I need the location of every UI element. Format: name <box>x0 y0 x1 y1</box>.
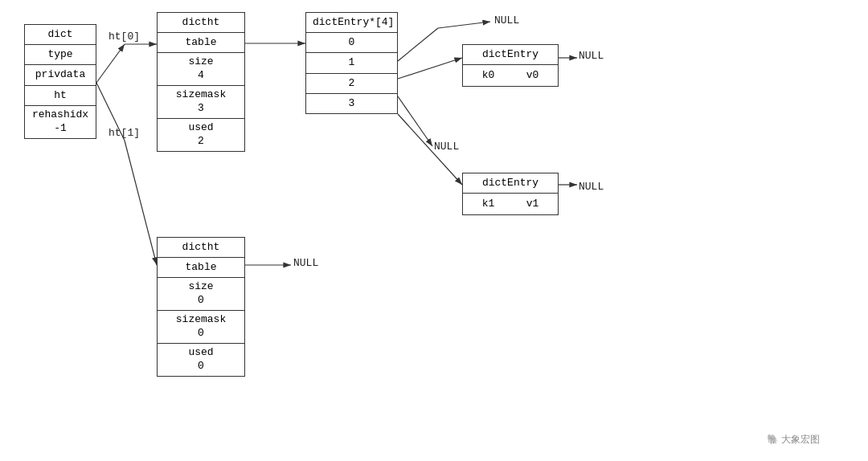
entry-array-1: 1 <box>306 53 397 73</box>
null-entry3-label: NULL <box>579 181 604 193</box>
watermark: 🐘 大象宏图 <box>767 433 820 447</box>
dict-cell-ht: ht <box>25 86 96 106</box>
svg-line-6 <box>398 28 438 61</box>
dictht1-table: table <box>158 258 244 278</box>
diagram-container: dict type privdata ht rehashidx-1 ht[0] … <box>0 0 868 461</box>
entry-array-2: 2 <box>306 74 397 94</box>
dictht1-sizemask: sizemask0 <box>158 311 244 344</box>
dict-box: dict type privdata ht rehashidx-1 <box>24 24 96 139</box>
dict-entry-0-header: dictEntry <box>463 45 558 65</box>
dictht-1-box: dictht table size0 sizemask0 used0 <box>157 237 245 377</box>
v0-label: v0 <box>526 68 539 83</box>
dict-entry-3-kv: k1 v1 <box>463 194 558 214</box>
svg-line-10 <box>398 96 432 146</box>
dictht1-used: used0 <box>158 344 244 376</box>
dictht0-header: dictht <box>158 13 244 33</box>
dict-cell-type: type <box>25 45 96 65</box>
dictht0-size: size4 <box>158 53 244 86</box>
ht0-label: ht[0] <box>108 31 140 43</box>
dict-cell-dict: dict <box>25 25 96 45</box>
dict-entry-3-box: dictEntry k1 v1 <box>462 173 559 215</box>
ht1-label: ht[1] <box>108 127 140 139</box>
entry-array-box: dictEntry*[4] 0 1 2 3 <box>305 12 398 114</box>
dictht1-header: dictht <box>158 238 244 258</box>
null-entry0-label: NULL <box>579 50 604 62</box>
arrows-svg <box>0 0 868 461</box>
k0-label: k0 <box>482 68 495 83</box>
null-ht1-table-label: NULL <box>293 257 318 269</box>
svg-line-8 <box>398 58 462 79</box>
entry-array-header: dictEntry*[4] <box>306 13 397 33</box>
entry-array-3: 3 <box>306 94 397 113</box>
watermark-text: 大象宏图 <box>781 434 820 445</box>
dict-entry-0-kv: k0 v0 <box>463 65 558 86</box>
watermark-icon: 🐘 <box>767 434 779 445</box>
null-top-label: NULL <box>494 14 519 27</box>
dict-cell-privdata: privdata <box>25 65 96 85</box>
dict-entry-3-header: dictEntry <box>463 173 558 194</box>
null-2-label: NULL <box>434 141 459 153</box>
v1-label: v1 <box>526 197 539 211</box>
dictht1-size: size0 <box>158 278 244 311</box>
entry-array-0: 0 <box>306 33 397 53</box>
svg-line-7 <box>438 22 490 28</box>
dictht-0-box: dictht table size4 sizemask3 used2 <box>157 12 245 152</box>
svg-line-4 <box>125 141 157 265</box>
k1-label: k1 <box>482 197 495 211</box>
dictht0-sizemask: sizemask3 <box>158 86 244 119</box>
dict-cell-rehashidx: rehashidx-1 <box>25 106 96 138</box>
dictht0-used: used2 <box>158 119 244 151</box>
dictht0-table: table <box>158 33 244 53</box>
svg-line-1 <box>96 44 125 83</box>
dict-entry-0-box: dictEntry k0 v0 <box>462 44 559 87</box>
